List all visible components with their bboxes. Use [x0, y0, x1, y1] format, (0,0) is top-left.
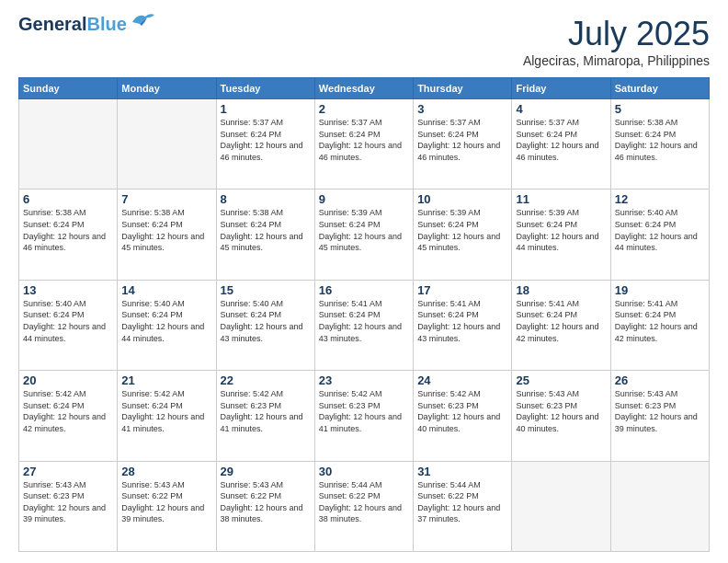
day-number: 9 — [319, 192, 409, 206]
day-info: Sunrise: 5:37 AMSunset: 6:24 PMDaylight:… — [319, 117, 409, 163]
day-number: 16 — [319, 283, 409, 297]
calendar-week-2: 6Sunrise: 5:38 AMSunset: 6:24 PMDaylight… — [19, 190, 710, 280]
page: GeneralBlue July 2025 Algeciras, Mimarop… — [0, 0, 728, 563]
day-info: Sunrise: 5:38 AMSunset: 6:24 PMDaylight:… — [121, 207, 211, 253]
day-info: Sunrise: 5:43 AMSunset: 6:22 PMDaylight:… — [221, 479, 311, 525]
day-number: 6 — [23, 192, 113, 206]
calendar-cell: 23Sunrise: 5:42 AMSunset: 6:23 PMDayligh… — [314, 371, 413, 461]
day-number: 30 — [319, 465, 409, 478]
calendar-cell: 26Sunrise: 5:43 AMSunset: 6:23 PMDayligh… — [610, 371, 709, 461]
day-number: 15 — [221, 283, 311, 297]
calendar-cell: 28Sunrise: 5:43 AMSunset: 6:22 PMDayligh… — [118, 461, 216, 551]
day-info: Sunrise: 5:42 AMSunset: 6:23 PMDaylight:… — [221, 388, 311, 434]
day-number: 14 — [121, 283, 211, 297]
calendar-cell: 19Sunrise: 5:41 AMSunset: 6:24 PMDayligh… — [610, 280, 709, 370]
logo-general: General — [18, 14, 86, 34]
logo-bird-icon — [131, 11, 156, 31]
calendar-cell: 30Sunrise: 5:44 AMSunset: 6:22 PMDayligh… — [314, 461, 413, 551]
calendar-cell: 1Sunrise: 5:37 AMSunset: 6:24 PMDaylight… — [216, 99, 314, 190]
calendar-table: SundayMondayTuesdayWednesdayThursdayFrid… — [18, 77, 710, 552]
day-number: 2 — [319, 102, 409, 116]
day-info: Sunrise: 5:39 AMSunset: 6:24 PMDaylight:… — [516, 207, 606, 253]
day-number: 13 — [23, 283, 113, 297]
header: GeneralBlue July 2025 Algeciras, Mimarop… — [18, 15, 710, 68]
day-info: Sunrise: 5:39 AMSunset: 6:24 PMDaylight:… — [417, 207, 507, 253]
calendar-cell: 11Sunrise: 5:39 AMSunset: 6:24 PMDayligh… — [512, 190, 610, 280]
day-number: 24 — [417, 373, 507, 387]
day-number: 1 — [221, 102, 311, 116]
day-info: Sunrise: 5:37 AMSunset: 6:24 PMDaylight:… — [417, 117, 507, 163]
day-number: 5 — [615, 102, 705, 116]
day-number: 7 — [121, 192, 211, 206]
calendar-week-5: 27Sunrise: 5:43 AMSunset: 6:23 PMDayligh… — [19, 461, 710, 551]
calendar-week-3: 13Sunrise: 5:40 AMSunset: 6:24 PMDayligh… — [19, 280, 710, 370]
day-info: Sunrise: 5:42 AMSunset: 6:23 PMDaylight:… — [417, 388, 507, 434]
day-number: 25 — [516, 373, 606, 387]
day-info: Sunrise: 5:40 AMSunset: 6:24 PMDaylight:… — [221, 298, 311, 344]
day-number: 19 — [615, 283, 705, 297]
day-info: Sunrise: 5:43 AMSunset: 6:23 PMDaylight:… — [615, 388, 705, 434]
day-number: 23 — [319, 373, 409, 387]
day-info: Sunrise: 5:37 AMSunset: 6:24 PMDaylight:… — [221, 117, 311, 163]
calendar-cell: 5Sunrise: 5:38 AMSunset: 6:24 PMDaylight… — [610, 99, 709, 190]
calendar-cell: 18Sunrise: 5:41 AMSunset: 6:24 PMDayligh… — [512, 280, 610, 370]
day-number: 29 — [221, 465, 311, 478]
calendar-header-wednesday: Wednesday — [314, 78, 413, 99]
day-info: Sunrise: 5:37 AMSunset: 6:24 PMDaylight:… — [516, 117, 606, 163]
calendar-cell: 6Sunrise: 5:38 AMSunset: 6:24 PMDaylight… — [19, 190, 118, 280]
calendar-cell: 8Sunrise: 5:38 AMSunset: 6:24 PMDaylight… — [216, 190, 314, 280]
day-number: 11 — [516, 192, 606, 206]
day-info: Sunrise: 5:42 AMSunset: 6:24 PMDaylight:… — [23, 388, 113, 434]
calendar-cell — [19, 99, 118, 190]
day-info: Sunrise: 5:41 AMSunset: 6:24 PMDaylight:… — [516, 298, 606, 344]
day-number: 21 — [121, 373, 211, 387]
day-number: 18 — [516, 283, 606, 297]
calendar-cell: 21Sunrise: 5:42 AMSunset: 6:24 PMDayligh… — [118, 371, 216, 461]
calendar-cell: 20Sunrise: 5:42 AMSunset: 6:24 PMDayligh… — [19, 371, 118, 461]
calendar-cell — [512, 461, 610, 551]
day-info: Sunrise: 5:43 AMSunset: 6:22 PMDaylight:… — [121, 479, 211, 525]
calendar-cell: 24Sunrise: 5:42 AMSunset: 6:23 PMDayligh… — [414, 371, 512, 461]
calendar-cell: 12Sunrise: 5:40 AMSunset: 6:24 PMDayligh… — [610, 190, 709, 280]
month-title: July 2025 — [523, 15, 710, 53]
calendar-cell: 15Sunrise: 5:40 AMSunset: 6:24 PMDayligh… — [216, 280, 314, 370]
day-number: 26 — [615, 373, 705, 387]
day-number: 10 — [417, 192, 507, 206]
day-info: Sunrise: 5:41 AMSunset: 6:24 PMDaylight:… — [615, 298, 705, 344]
day-info: Sunrise: 5:41 AMSunset: 6:24 PMDaylight:… — [319, 298, 409, 344]
header-right: July 2025 Algeciras, Mimaropa, Philippin… — [523, 15, 710, 68]
day-number: 4 — [516, 102, 606, 116]
calendar-header-friday: Friday — [512, 78, 610, 99]
calendar-cell: 13Sunrise: 5:40 AMSunset: 6:24 PMDayligh… — [19, 280, 118, 370]
calendar-cell: 22Sunrise: 5:42 AMSunset: 6:23 PMDayligh… — [216, 371, 314, 461]
calendar-header-tuesday: Tuesday — [216, 78, 314, 99]
logo-blue: Blue — [86, 14, 126, 34]
day-info: Sunrise: 5:38 AMSunset: 6:24 PMDaylight:… — [23, 207, 113, 253]
day-number: 31 — [417, 465, 507, 478]
day-info: Sunrise: 5:43 AMSunset: 6:23 PMDaylight:… — [23, 479, 113, 525]
day-info: Sunrise: 5:40 AMSunset: 6:24 PMDaylight:… — [23, 298, 113, 344]
calendar-header-monday: Monday — [118, 78, 216, 99]
calendar-cell — [118, 99, 216, 190]
calendar-cell: 10Sunrise: 5:39 AMSunset: 6:24 PMDayligh… — [414, 190, 512, 280]
calendar-cell — [610, 461, 709, 551]
day-info: Sunrise: 5:42 AMSunset: 6:23 PMDaylight:… — [319, 388, 409, 434]
calendar-cell: 3Sunrise: 5:37 AMSunset: 6:24 PMDaylight… — [414, 99, 512, 190]
day-info: Sunrise: 5:38 AMSunset: 6:24 PMDaylight:… — [221, 207, 311, 253]
day-info: Sunrise: 5:38 AMSunset: 6:24 PMDaylight:… — [615, 117, 705, 163]
day-number: 17 — [417, 283, 507, 297]
calendar-cell: 25Sunrise: 5:43 AMSunset: 6:23 PMDayligh… — [512, 371, 610, 461]
day-number: 8 — [221, 192, 311, 206]
day-number: 22 — [221, 373, 311, 387]
logo: GeneralBlue — [18, 15, 156, 33]
day-number: 28 — [121, 465, 211, 478]
calendar-header-saturday: Saturday — [610, 78, 709, 99]
day-number: 20 — [23, 373, 113, 387]
calendar-header-row: SundayMondayTuesdayWednesdayThursdayFrid… — [19, 78, 710, 99]
calendar-cell: 27Sunrise: 5:43 AMSunset: 6:23 PMDayligh… — [19, 461, 118, 551]
day-info: Sunrise: 5:43 AMSunset: 6:23 PMDaylight:… — [516, 388, 606, 434]
day-info: Sunrise: 5:39 AMSunset: 6:24 PMDaylight:… — [319, 207, 409, 253]
calendar-header-thursday: Thursday — [414, 78, 512, 99]
calendar-cell: 7Sunrise: 5:38 AMSunset: 6:24 PMDaylight… — [118, 190, 216, 280]
day-info: Sunrise: 5:44 AMSunset: 6:22 PMDaylight:… — [417, 479, 507, 525]
